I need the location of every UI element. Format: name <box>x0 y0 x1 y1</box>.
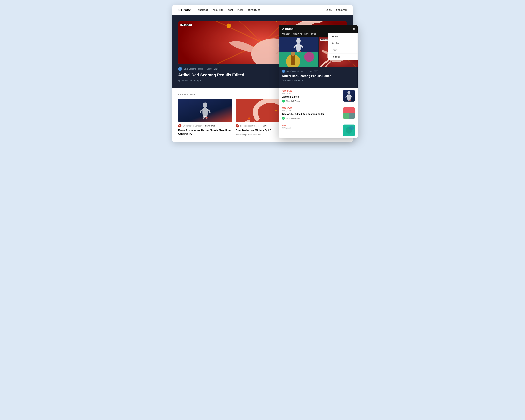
mobile-brand-logo[interactable]: ✕ Brand <box>282 27 353 31</box>
nav-login-link[interactable]: LOGIN <box>326 9 332 11</box>
mobile-nav-fiksimini[interactable]: FIKSI MINI <box>293 33 302 35</box>
mobile-article-meta-3: Jul 03, 2023 <box>282 127 341 129</box>
mobile-article-tag-1: REPORTASE <box>282 90 341 92</box>
svg-point-7 <box>226 23 231 28</box>
desktop-nav-auth: LOGIN REGISTER <box>326 9 347 11</box>
editor-card-author-1: Dr. Henderson Schaden <box>183 125 202 127</box>
mobile-article-item-2[interactable]: REPORTASE Jul 03, 2023 Title Artikel Edi… <box>279 105 358 122</box>
editor-card-tag-1: REPORTASE <box>205 125 216 127</box>
editor-card-meta-1: D Dr. Henderson Schaden • REPORTASE <box>178 124 232 128</box>
editor-card-img-blue <box>178 99 232 122</box>
mobile-article-author-2: Mckayla D'Amore <box>286 117 300 119</box>
brand-icon: ✕ <box>178 8 181 12</box>
mobile-article-thumb-3 <box>343 124 355 136</box>
dropdown-item-register[interactable]: Register <box>328 54 357 60</box>
dropdown-item-articles[interactable]: Articles <box>328 40 357 47</box>
nav-link-fiksimini[interactable]: FIKSI MINI <box>213 9 223 11</box>
mobile-articles-list: REPORTASE Jul 03, 2023 Example Edited M … <box>279 88 358 138</box>
mobile-dropdown-menu: Home Articles Login Register <box>328 33 358 60</box>
mobile-img-top-left <box>279 37 318 52</box>
mobile-article-item-1[interactable]: REPORTASE Jul 03, 2023 Example Edited M … <box>279 88 358 105</box>
brand-name: Brand <box>181 8 191 12</box>
mobile-browser: ✕ Brand ≡ Home Articles Login Register A… <box>279 25 358 138</box>
svg-point-18 <box>248 117 250 120</box>
editor-card-avatar-2: D <box>236 124 239 128</box>
hero-author-avatar: S <box>178 67 182 71</box>
mobile-article-thumb-2 <box>343 107 355 119</box>
mobile-hero-excerpt: Quia animi dolore itaque. <box>282 79 355 82</box>
mobile-brand-name: Brand <box>285 27 293 31</box>
mobile-article-meta-1: Jul 03, 2023 <box>282 93 341 94</box>
nav-register-link[interactable]: REGISTER <box>336 9 347 11</box>
editor-card-1[interactable]: D Dr. Henderson Schaden • REPORTASE Dolo… <box>178 99 232 137</box>
svg-rect-48 <box>349 113 355 119</box>
svg-point-19 <box>275 110 277 111</box>
nav-link-puisi[interactable]: PUISI <box>237 9 243 11</box>
mobile-hero-author: Saya Seorang Penulis <box>286 70 304 72</box>
mobile-nav-puisi[interactable]: PUISI <box>311 33 316 35</box>
mobile-hero-content: S Saya Seorang Penulis • Jul 03 , 2023 A… <box>279 67 358 88</box>
mobile-hero-badge: ANEKDOT <box>320 38 329 41</box>
mobile-article-content-2: REPORTASE Jul 03, 2023 Title Artikel Edi… <box>282 107 341 120</box>
thumb-colorful-1 <box>343 107 355 119</box>
hamburger-button[interactable]: ≡ <box>353 27 355 31</box>
mobile-article-avatar-2: M <box>282 117 285 120</box>
mobile-nav: ✕ Brand ≡ Home Articles Login Register <box>279 25 358 33</box>
mobile-article-avatar-1: M <box>282 100 285 103</box>
mobile-article-thumb-1 <box>343 90 355 102</box>
mobile-article-tag-2: REPORTASE <box>282 107 341 109</box>
svg-point-14 <box>203 102 207 108</box>
mobile-article-title-1: Example Edited <box>282 95 341 98</box>
mobile-article-item-3[interactable]: ESAI Jul 03, 2023 <box>279 122 358 138</box>
mobile-hero-avatar: S <box>282 70 285 73</box>
nav-link-reportase[interactable]: REPORTASE <box>248 9 260 11</box>
mobile-img-bottom-left <box>279 52 318 67</box>
dot-separator: • <box>205 68 206 70</box>
thumb-dark-figure-1 <box>343 90 355 102</box>
svg-rect-46 <box>343 107 355 113</box>
dropdown-item-home[interactable]: Home <box>328 33 357 40</box>
editor-card-tag-2: ESAI <box>263 125 266 127</box>
desktop-nav-links: ANEKDOT FIKSI MINI ESAI PUISI REPORTASE <box>198 9 326 11</box>
svg-point-44 <box>349 100 351 101</box>
desktop-brand-logo[interactable]: ✕ Brand <box>178 8 191 12</box>
editor-card-author-2: Dr. Henderson Schaden <box>240 125 259 127</box>
svg-point-43 <box>347 91 350 94</box>
mobile-dot-sep: • <box>306 70 306 72</box>
nav-link-anekdot[interactable]: ANEKDOT <box>198 9 208 11</box>
mobile-article-tag-3: ESAI <box>282 124 341 126</box>
mobile-article-meta-2: Jul 03, 2023 <box>282 110 341 112</box>
mobile-article-title-2: Title Artikel Edited Dari Seorang Editor <box>282 112 341 115</box>
editor-card-title-1[interactable]: Dolor Accusamus Harum Soluta Nam Illum Q… <box>178 129 232 136</box>
mobile-article-content-1: REPORTASE Jul 03, 2023 Example Edited M … <box>282 90 341 103</box>
mobile-article-content-3: ESAI Jul 03, 2023 <box>282 124 341 130</box>
svg-rect-47 <box>343 113 349 119</box>
mobile-hero-title[interactable]: Artikel Dari Seorang Penulis Edited <box>282 74 355 78</box>
editor-card-avatar-1: D <box>178 124 181 128</box>
mobile-nav-esai[interactable]: ESAI <box>304 33 309 35</box>
mobile-article-author-row-2: M Mckayla D'Amore <box>282 117 341 120</box>
mobile-brand-icon: ✕ <box>282 27 284 31</box>
hero-date: Jul 03 , 2023 <box>207 68 218 70</box>
mobile-article-author-1: Mckayla D'Amore <box>286 100 300 102</box>
hero-badge: ANEKDOT <box>180 24 192 26</box>
hero-author: Saya Seorang Penulis <box>184 68 203 70</box>
dropdown-item-login[interactable]: Login <box>328 47 357 54</box>
svg-point-51 <box>349 125 354 130</box>
editor-card-image-1 <box>178 99 232 122</box>
mobile-nav-anekdot[interactable]: ANEKDOT <box>282 33 291 35</box>
nav-link-esai[interactable]: ESAI <box>228 9 233 11</box>
svg-point-25 <box>296 38 300 44</box>
thumb-teal-1 <box>343 124 355 136</box>
mobile-hero-date: Jul 03 , 2023 <box>308 70 318 72</box>
desktop-nav: ✕ Brand ANEKDOT FIKSI MINI ESAI PUISI RE… <box>172 5 353 15</box>
mobile-hero-meta: S Saya Seorang Penulis • Jul 03 , 2023 <box>282 70 355 73</box>
svg-point-15 <box>205 117 208 119</box>
mobile-article-author-row-1: M Mckayla D'Amore <box>282 100 341 103</box>
svg-point-42 <box>304 52 314 62</box>
